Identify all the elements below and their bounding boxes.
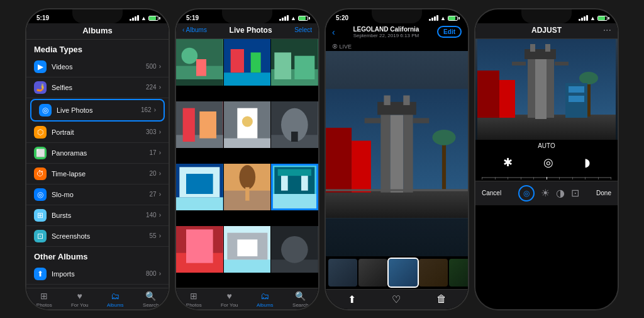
delete-icon[interactable]: 🗑 [436, 293, 447, 305]
live-photos-count: 162 [141, 106, 152, 113]
share-icon[interactable]: ⬆ [348, 293, 356, 305]
brightness-icon[interactable]: ☀ [541, 187, 550, 199]
menu-item-panoramas[interactable]: ⬜ Panoramas 17 › [26, 143, 169, 164]
thumb-5[interactable] [449, 259, 468, 287]
thumb-3[interactable] [389, 259, 418, 287]
photo-7 [176, 164, 223, 211]
time-1: 5:19 [36, 14, 49, 21]
svg-rect-32 [245, 187, 249, 200]
tab-bar-1: ⊞ Photos ♥ For You 🗂 Albums 🔍 Search [26, 288, 169, 309]
svg-rect-66 [477, 71, 499, 118]
selfies-label: Selfies [52, 84, 146, 91]
videos-count: 500 [146, 63, 157, 70]
svg-rect-4 [196, 59, 206, 76]
exposure-icon[interactable]: ◑ [556, 187, 565, 199]
screen-1: 5:19 ▲ Albums Media Types [26, 9, 169, 309]
svg-rect-68 [528, 55, 535, 118]
tab-foryou-2[interactable]: ♥ For You [212, 291, 248, 308]
signal-1 [130, 15, 139, 21]
photo-cell-3[interactable] [271, 39, 318, 86]
more-button[interactable]: ··· [603, 25, 611, 36]
live-badge-text: ⦿ LIVE [332, 43, 352, 50]
phones-container: 5:19 ▲ Albums Media Types [19, 2, 625, 317]
adjust-slider[interactable] [475, 173, 618, 181]
svg-rect-16 [199, 111, 216, 138]
cancel-button[interactable]: Cancel [482, 190, 501, 196]
photo-cell-9[interactable] [271, 164, 318, 211]
battery-2 [298, 16, 308, 21]
phone-4-adjust: ▲ ADJUST ··· [474, 8, 619, 310]
svg-rect-45 [237, 239, 257, 256]
svg-rect-57 [384, 95, 390, 105]
wifi-icon-2: ▲ [291, 15, 296, 21]
slomo-label: Slo-mo [52, 191, 150, 198]
imports-count: 800 [146, 270, 157, 277]
main-photo[interactable] [326, 51, 468, 256]
tab-search-1[interactable]: 🔍 Search [133, 291, 169, 308]
photo-cell-12[interactable] [271, 226, 318, 273]
menu-item-videos[interactable]: ▶ Videos 500 › [26, 57, 169, 77]
menu-item-live-photos[interactable]: ◎ Live Photos 162 › [30, 99, 165, 122]
svg-rect-26 [176, 197, 223, 210]
photo-cell-4[interactable] [176, 101, 223, 149]
svg-rect-38 [278, 169, 311, 176]
photo-6 [271, 101, 318, 149]
menu-item-screenshots[interactable]: ⊡ Screenshots 55 › [26, 226, 169, 247]
menu-item-imports[interactable]: ⬆ Imports 800 › [26, 264, 169, 285]
back-button-3[interactable]: ‹ [332, 27, 335, 37]
svg-rect-69 [535, 59, 547, 119]
imports-label: Imports [52, 270, 146, 278]
back-button-2[interactable]: ‹ Albums [182, 26, 207, 33]
svg-rect-67 [499, 80, 515, 118]
photo-9 [271, 164, 318, 211]
phone-2-live-photos: 5:19 ▲ ‹ Albums Live Photos Select [175, 8, 319, 310]
crop-icon[interactable]: ⊡ [571, 187, 579, 199]
menu-item-hidden[interactable]: 👁 Hidden 2 › [26, 285, 169, 288]
done-button[interactable]: Done [596, 190, 611, 196]
search-tab-label: Search [143, 302, 158, 308]
timelapse-icon: ⏱ [34, 168, 47, 180]
tab-albums-2[interactable]: 🗂 Albums [247, 291, 283, 308]
bursts-count: 140 [146, 212, 157, 219]
svg-rect-61 [442, 140, 446, 189]
svg-rect-12 [295, 55, 315, 79]
phone-3-detail: 5:20 ▲ ‹ LEGOLAND California [325, 8, 469, 310]
menu-item-timelapse[interactable]: ⏱ Time-lapse 20 › [26, 164, 169, 185]
select-button[interactable]: Select [294, 26, 312, 33]
live-adjust-button[interactable]: ◎ [518, 185, 535, 202]
edit-button[interactable]: Edit [437, 26, 462, 38]
menu-item-selfies[interactable]: 🤳 Selfies 224 › [26, 77, 169, 98]
albums-title: Albums [34, 26, 161, 35]
adjust-dark-icon[interactable]: ◗ [584, 156, 590, 169]
thumb-1[interactable] [328, 259, 357, 287]
albums-header: Albums [26, 23, 169, 40]
adjust-circle-icon[interactable]: ◎ [543, 156, 553, 169]
menu-item-slomo[interactable]: ◎ Slo-mo 27 › [26, 185, 169, 205]
photo-cell-8[interactable] [224, 164, 271, 211]
tab-photos-2[interactable]: ⊞ Photos [176, 291, 212, 308]
portrait-count: 303 [146, 128, 157, 135]
photo-cell-1[interactable] [176, 39, 223, 86]
svg-rect-11 [275, 52, 292, 79]
tab-search-2[interactable]: 🔍 Search [283, 291, 319, 308]
photo-cell-10[interactable] [176, 226, 223, 273]
menu-item-bursts[interactable]: ⊞ Bursts 140 › [26, 205, 169, 226]
photo-cell-5[interactable] [224, 101, 271, 149]
thumb-4[interactable] [419, 259, 448, 287]
heart-icon[interactable]: ♡ [392, 293, 401, 305]
magic-wand-icon[interactable]: ✱ [503, 156, 513, 169]
photo-cell-6[interactable] [271, 101, 318, 149]
tab-foryou-1[interactable]: ♥ For You [62, 291, 98, 308]
photo-cell-2[interactable] [224, 39, 271, 86]
screenshots-count: 55 [150, 232, 157, 239]
photo-cell-11[interactable] [224, 226, 271, 273]
albums-tab-label-2: Albums [257, 302, 274, 308]
tab-photos-1[interactable]: ⊞ Photos [26, 291, 62, 308]
photos-tab-icon: ⊞ [40, 291, 48, 301]
thumb-2[interactable] [358, 259, 387, 287]
imports-icon: ⬆ [34, 268, 47, 280]
photo-cell-7[interactable] [176, 164, 223, 211]
menu-item-portrait[interactable]: ⬡ Portrait 303 › [26, 122, 169, 143]
svg-rect-60 [413, 118, 430, 123]
tab-albums-1[interactable]: 🗂 Albums [97, 291, 133, 308]
